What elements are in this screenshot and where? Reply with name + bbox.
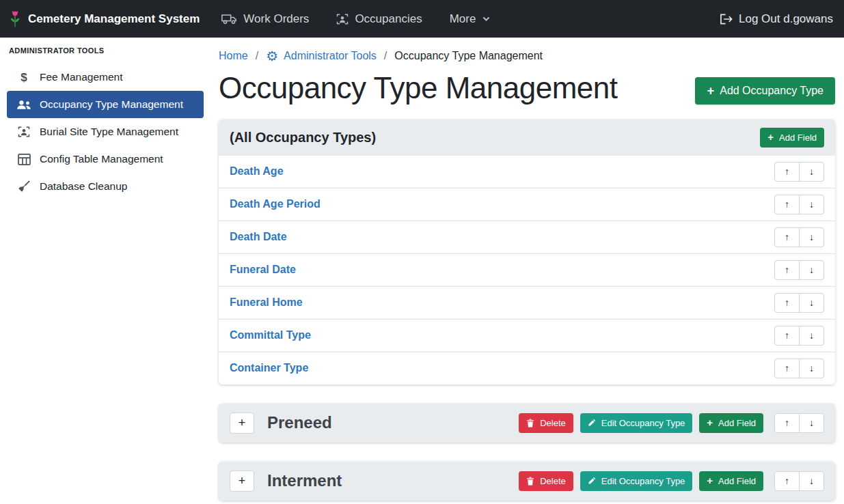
reorder-buttons: ↑ ↓	[774, 162, 824, 182]
move-up-button[interactable]: ↑	[774, 326, 800, 346]
move-up-button[interactable]: ↑	[774, 293, 800, 313]
sidebar-item-label: Burial Site Type Management	[40, 126, 178, 138]
field-link[interactable]: Death Date	[230, 231, 287, 243]
reorder-buttons: ↑ ↓	[774, 195, 824, 214]
move-down-button[interactable]: ↓	[799, 195, 824, 214]
edit-occupancy-type-label: Edit Occupancy Type	[601, 476, 685, 486]
move-down-button[interactable]: ↓	[799, 162, 824, 182]
add-field-button[interactable]: + Add Field	[760, 128, 824, 148]
dollar-icon: $	[16, 72, 32, 83]
plus-icon: +	[767, 132, 774, 143]
chevron-down-icon	[482, 14, 491, 23]
nav-item-label: Work Orders	[243, 12, 309, 26]
reorder-buttons: ↑ ↓	[774, 471, 824, 491]
reorder-buttons: ↑ ↓	[774, 413, 824, 433]
sidebar-item-label: Config Table Management	[40, 153, 163, 165]
nav-links: Work Orders Occupancies More	[221, 12, 491, 26]
users-icon	[16, 100, 32, 110]
delete-label: Delete	[540, 476, 566, 486]
sidebar-item-label: Occupancy Type Management	[40, 98, 183, 111]
field-row: Funeral Home ↑ ↓	[219, 287, 835, 320]
add-field-button[interactable]: + Add Field	[699, 413, 763, 433]
move-up-button[interactable]: ↑	[774, 413, 800, 433]
card-header: (All Occupancy Types) + Add Field	[219, 120, 835, 156]
sidebar: ADMINISTRATOR TOOLS $ Fee Management Occ…	[0, 38, 210, 504]
main-content: Home / ⚙ Administrator Tools / Occupancy…	[210, 38, 844, 504]
gear-icon: ⚙	[266, 49, 278, 63]
plus-icon: +	[707, 418, 713, 428]
sidebar-item-occupancy-type-management[interactable]: Occupancy Type Management	[7, 91, 204, 118]
reorder-buttons: ↑ ↓	[774, 359, 824, 378]
move-down-button[interactable]: ↓	[799, 413, 824, 433]
edit-occupancy-type-button[interactable]: Edit Occupancy Type	[580, 471, 693, 491]
expand-button[interactable]: +	[230, 412, 254, 434]
plus-icon: +	[707, 476, 713, 486]
field-row: Death Date ↑ ↓	[219, 221, 835, 254]
tulip-logo-icon	[8, 10, 22, 28]
top-navbar: Cemetery Management System Work Orders	[0, 0, 844, 38]
nav-item-work-orders[interactable]: Work Orders	[221, 12, 309, 26]
reorder-buttons: ↑ ↓	[774, 260, 824, 280]
delete-label: Delete	[540, 418, 566, 428]
field-link[interactable]: Funeral Date	[230, 264, 296, 276]
sidebar-item-fee-management[interactable]: $ Fee Management	[7, 64, 204, 91]
plus-icon: +	[707, 85, 714, 97]
section-controls: Delete Edit Occupancy Type + Add Field ↑	[519, 471, 824, 491]
move-up-button[interactable]: ↑	[774, 359, 800, 378]
field-link[interactable]: Committal Type	[230, 329, 311, 341]
edit-occupancy-type-label: Edit Occupancy Type	[601, 418, 685, 428]
move-up-button[interactable]: ↑	[774, 162, 800, 182]
field-link[interactable]: Container Type	[230, 362, 308, 374]
field-row: Death Age ↑ ↓	[219, 156, 835, 188]
move-down-button[interactable]: ↓	[799, 326, 824, 346]
nav-item-occupancies[interactable]: Occupancies	[336, 12, 422, 26]
delete-button[interactable]: Delete	[519, 413, 573, 433]
sidebar-heading: ADMINISTRATOR TOOLS	[0, 46, 210, 64]
move-down-button[interactable]: ↓	[799, 359, 824, 378]
section-title: Preneed	[267, 413, 332, 432]
delete-button[interactable]: Delete	[519, 471, 573, 491]
breadcrumb-admin-tools-link[interactable]: ⚙ Administrator Tools	[266, 49, 377, 63]
breadcrumb: Home / ⚙ Administrator Tools / Occupancy…	[219, 49, 835, 63]
move-down-button[interactable]: ↓	[799, 471, 824, 491]
nav-item-label: Occupancies	[355, 12, 422, 26]
field-link[interactable]: Death Age	[230, 165, 284, 178]
edit-occupancy-type-button[interactable]: Edit Occupancy Type	[580, 413, 693, 433]
field-link[interactable]: Funeral Home	[230, 296, 303, 309]
logout-label: Log Out d.gowans	[739, 12, 833, 26]
sidebar-item-burial-site-type-management[interactable]: Burial Site Type Management	[7, 118, 204, 145]
section-preneed: + Preneed Delete	[219, 404, 835, 443]
reorder-buttons: ↑ ↓	[774, 326, 824, 346]
field-link[interactable]: Death Age Period	[230, 198, 321, 210]
logout-button[interactable]: Log Out d.gowans	[720, 12, 833, 26]
broom-icon	[16, 180, 32, 193]
move-up-button[interactable]: ↑	[774, 471, 800, 491]
sidebar-item-database-cleanup[interactable]: Database Cleanup	[7, 173, 204, 200]
move-up-button[interactable]: ↑	[774, 260, 800, 280]
sidebar-item-config-table-management[interactable]: Config Table Management	[7, 145, 204, 173]
card-title: (All Occupancy Types)	[230, 130, 376, 145]
sidebar-item-label: Fee Management	[40, 71, 123, 83]
move-down-button[interactable]: ↓	[799, 293, 824, 313]
section-controls: Delete Edit Occupancy Type + Add Field ↑	[519, 413, 824, 433]
app-brand[interactable]: Cemetery Management System	[8, 10, 200, 28]
move-down-button[interactable]: ↓	[799, 227, 824, 247]
nav-item-label: More	[450, 12, 476, 26]
field-row: Funeral Date ↑ ↓	[219, 254, 835, 287]
move-down-button[interactable]: ↓	[799, 260, 824, 280]
expand-button[interactable]: +	[230, 471, 254, 492]
sidebar-item-label: Database Cleanup	[40, 180, 127, 193]
nav-item-more[interactable]: More	[450, 12, 491, 26]
move-up-button[interactable]: ↑	[774, 195, 800, 214]
breadcrumb-separator: /	[256, 50, 258, 62]
move-up-button[interactable]: ↑	[774, 227, 800, 247]
add-occupancy-type-button[interactable]: + Add Occupancy Type	[695, 77, 835, 104]
all-occupancy-types-card: (All Occupancy Types) + Add Field Death …	[219, 120, 835, 384]
add-occupancy-type-label: Add Occupancy Type	[720, 85, 823, 97]
breadcrumb-home-link[interactable]: Home	[219, 50, 248, 62]
field-row: Committal Type ↑ ↓	[219, 320, 835, 352]
reorder-buttons: ↑ ↓	[774, 227, 824, 247]
pencil-icon	[588, 477, 596, 485]
person-frame-icon	[16, 126, 32, 138]
add-field-button[interactable]: + Add Field	[699, 471, 763, 491]
